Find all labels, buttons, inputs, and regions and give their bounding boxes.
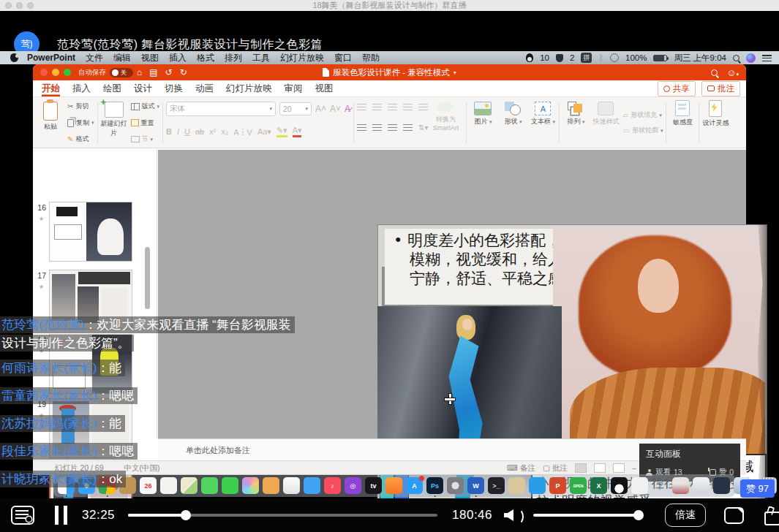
spotlight-search-icon[interactable] <box>733 55 740 61</box>
font-size-select[interactable]: 20▾ <box>279 102 312 115</box>
playback-speed-button[interactable]: 倍速 <box>665 503 706 527</box>
shape-outline-button[interactable]: ▭形状轮廓▾ <box>622 126 663 135</box>
design-ideas-button[interactable]: 设计灵感 <box>702 100 729 146</box>
copy-button[interactable]: 复制▾ <box>67 118 94 128</box>
ppt-zoom-icon[interactable] <box>64 69 71 76</box>
menu-tools[interactable]: 工具 <box>252 52 270 64</box>
decrease-indent-icon[interactable] <box>388 104 397 111</box>
excel-icon[interactable]: X <box>590 477 607 494</box>
message-status-icon[interactable] <box>556 54 563 62</box>
volume-thumb[interactable] <box>633 510 644 520</box>
sensitivity-button[interactable]: 敏感度 <box>669 100 696 146</box>
change-case-button[interactable]: Aa▾ <box>257 127 271 137</box>
transcript-icon[interactable] <box>11 506 34 525</box>
volume-icon[interactable] <box>504 507 523 523</box>
font-name-select[interactable]: 宋体▾ <box>166 102 276 116</box>
ppt-minimize-icon[interactable] <box>52 69 59 76</box>
progress-bar[interactable] <box>128 514 437 517</box>
apple-tv-icon[interactable]: tv <box>365 477 382 494</box>
word-icon[interactable]: W <box>467 477 484 494</box>
char-spacing-button[interactable]: A︙V <box>233 126 252 137</box>
cut-button[interactable]: ✂剪切 <box>67 102 94 111</box>
align-left-icon[interactable] <box>357 124 366 132</box>
books-icon[interactable] <box>385 477 402 494</box>
justify-icon[interactable] <box>403 124 413 132</box>
window-preview-2-icon[interactable] <box>693 477 710 494</box>
increase-indent-icon[interactable] <box>403 104 413 111</box>
bluetooth-icon[interactable]: ᛒ <box>598 53 603 62</box>
smartart-button[interactable]: 转换为SmartArt <box>428 100 463 146</box>
thumbnail-scrollbar[interactable] <box>145 247 150 309</box>
menu-insert[interactable]: 插入 <box>169 52 187 64</box>
bullets-icon[interactable] <box>357 104 366 111</box>
numbering-icon[interactable] <box>372 104 382 111</box>
notification-center-icon[interactable] <box>762 55 772 61</box>
line-spacing-icon[interactable] <box>418 104 428 111</box>
photoshop-icon[interactable]: Ps <box>426 477 443 494</box>
arrange-button[interactable]: 排列 ▾ <box>562 102 589 126</box>
screen-mirroring-icon[interactable] <box>610 53 619 62</box>
powerpoint-traffic-lights[interactable] <box>40 69 71 76</box>
layout-button[interactable]: 版式▾ <box>131 102 160 111</box>
paste-button[interactable]: 粘贴 <box>37 102 64 132</box>
tab-design[interactable]: 设计 <box>134 80 152 96</box>
bold-button[interactable]: B <box>166 127 172 136</box>
archive-utility-icon[interactable] <box>508 477 525 494</box>
ppt-close-icon[interactable] <box>40 69 48 76</box>
format-painter-button[interactable]: ✎格式 <box>67 134 94 144</box>
save-icon[interactable]: ▤ <box>149 68 157 77</box>
volume-slider[interactable] <box>533 514 643 517</box>
quick-style-button[interactable]: 快速样式 <box>592 102 619 126</box>
home-icon[interactable]: ⌂ <box>137 68 142 77</box>
menu-format[interactable]: 格式 <box>197 52 214 64</box>
qq-icon[interactable] <box>611 477 628 494</box>
menubar-clock[interactable]: 周三 上午9:04 <box>674 53 726 64</box>
tab-view[interactable]: 视图 <box>315 80 334 96</box>
rotate-screen-icon[interactable] <box>724 507 744 524</box>
slideshow-view-button[interactable] <box>613 463 625 473</box>
help-icon[interactable]: ? <box>652 477 669 494</box>
siri-icon[interactable] <box>746 53 756 63</box>
slide-sorter-view-button[interactable] <box>594 463 606 473</box>
input-method-icon[interactable]: 拼 <box>581 53 592 63</box>
tab-slideshow[interactable]: 幻灯片放映 <box>226 80 272 96</box>
menubar-app-name[interactable]: PowerPoint <box>27 53 75 63</box>
menu-arrange[interactable]: 排列 <box>225 52 242 64</box>
menu-edit[interactable]: 编辑 <box>113 52 131 64</box>
account-smiley-icon[interactable]: ☺▾ <box>726 67 739 78</box>
align-center-icon[interactable] <box>372 124 382 132</box>
progress-thumb[interactable] <box>181 510 191 520</box>
slide-photo-red-hair-model[interactable] <box>553 227 765 455</box>
menu-window[interactable]: 窗口 <box>334 52 352 64</box>
redo-icon[interactable]: ↻ <box>180 68 187 77</box>
italic-button[interactable]: I <box>177 127 179 136</box>
terminal-icon[interactable]: >_ <box>488 477 505 494</box>
picture-button[interactable]: 图片 ▾ <box>470 102 496 126</box>
like-count-button[interactable]: 赞 97 <box>740 479 775 498</box>
shrink-font-icon[interactable]: A˅ <box>330 104 341 114</box>
new-slide-button[interactable]: 新建幻灯片 <box>101 102 127 138</box>
window-preview-3-icon[interactable] <box>713 477 730 494</box>
battery-app-icon[interactable] <box>631 477 648 494</box>
qq-status-icon[interactable] <box>526 53 533 62</box>
menu-file[interactable]: 文件 <box>86 52 103 64</box>
reset-button[interactable]: 重置 <box>131 118 160 128</box>
menu-slideshow[interactable]: 幻灯片放映 <box>280 52 324 64</box>
tab-home[interactable]: 开始 <box>42 80 60 96</box>
apple-menu-icon[interactable] <box>10 53 18 62</box>
autosave-toggle[interactable]: 关 <box>110 68 133 77</box>
underline-button[interactable]: U <box>184 127 190 136</box>
tab-insert[interactable]: 插入 <box>72 80 91 96</box>
font-color-button[interactable]: A▾ <box>293 126 302 137</box>
wps-open-icon[interactable]: OPEN <box>570 477 587 494</box>
tab-animations[interactable]: 动画 <box>195 80 214 96</box>
shape-fill-button[interactable]: ▱形状填充▾ <box>622 110 663 120</box>
powerpoint-icon[interactable]: P <box>549 477 566 494</box>
undo-icon[interactable]: ↺ <box>165 68 173 77</box>
tab-review[interactable]: 审阅 <box>285 80 303 96</box>
align-right-icon[interactable] <box>388 124 397 132</box>
pause-button[interactable] <box>55 506 67 525</box>
app-store-icon[interactable]: A <box>406 477 423 494</box>
ppt-search-icon[interactable] <box>711 69 718 76</box>
slide-thumbnail-16[interactable] <box>49 202 132 262</box>
